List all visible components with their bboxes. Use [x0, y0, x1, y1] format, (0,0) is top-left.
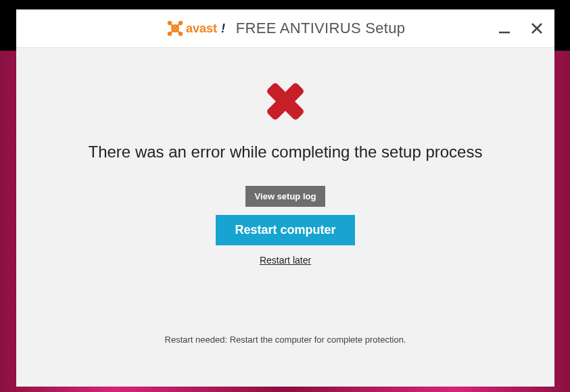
window-controls: [492, 9, 549, 47]
close-icon: [529, 21, 544, 36]
minimize-icon: [497, 21, 512, 36]
desktop-background: avast ! FREE ANTIVIRUS Setup: [0, 0, 570, 392]
footer-note: Restart needed: Restart the computer for…: [16, 335, 554, 345]
error-heading: There was an error while completing the …: [89, 143, 483, 162]
error-x-icon: [260, 76, 310, 129]
minimize-button[interactable]: [492, 16, 517, 41]
close-button[interactable]: [525, 16, 549, 41]
view-setup-log-button[interactable]: View setup log: [245, 186, 326, 207]
restart-later-link[interactable]: Restart later: [260, 255, 311, 266]
titlebar: avast ! FREE ANTIVIRUS Setup: [16, 9, 554, 48]
window-title: FREE ANTIVIRUS Setup: [236, 20, 406, 37]
svg-text:!: !: [221, 22, 225, 35]
svg-text:avast: avast: [186, 22, 217, 35]
avast-logo-icon: avast !: [166, 17, 231, 40]
restart-computer-button[interactable]: Restart computer: [216, 215, 354, 245]
setup-window: avast ! FREE ANTIVIRUS Setup: [16, 9, 554, 387]
brand-block: avast ! FREE ANTIVIRUS Setup: [166, 17, 406, 40]
main-content: There was an error while completing the …: [16, 48, 554, 266]
